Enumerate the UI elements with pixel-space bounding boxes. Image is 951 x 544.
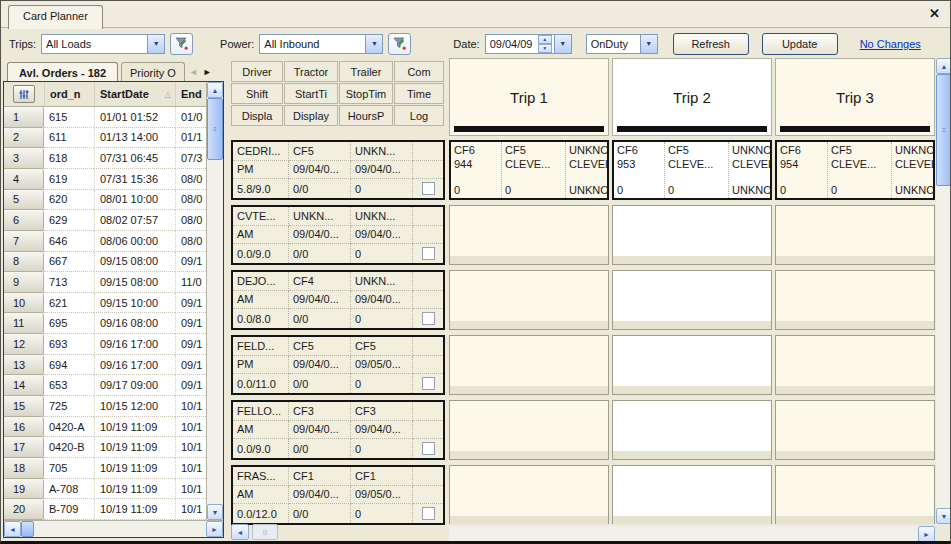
scroll-down-icon[interactable]: ▼: [936, 508, 951, 524]
order-number-cell[interactable]: 0420-B: [44, 437, 94, 458]
row-header-button[interactable]: 18: [4, 458, 44, 479]
trips-select[interactable]: All Loads ▼: [41, 34, 165, 54]
trip-cell-empty[interactable]: [449, 400, 609, 460]
end-date-cell[interactable]: 09/1: [175, 313, 206, 334]
row-header-button[interactable]: 1: [4, 107, 44, 128]
driver-card[interactable]: CVTE...UNKN...UNKN...AM09/04/0...09/04/0…: [231, 205, 445, 265]
row-header-button[interactable]: 7: [4, 231, 44, 252]
trip-cell-empty[interactable]: [612, 205, 772, 265]
vscroll-track[interactable]: [936, 186, 951, 508]
vscroll-thumb[interactable]: ≡: [936, 74, 951, 186]
end-date-cell[interactable]: 07/3: [175, 148, 206, 169]
close-icon[interactable]: ✕: [929, 6, 940, 21]
trip-cell-empty[interactable]: [612, 270, 772, 330]
start-date-cell[interactable]: 10/19 11:09: [94, 437, 175, 458]
trips-vscrollbar[interactable]: ▲ ≡ ▼: [936, 58, 951, 524]
order-number-cell[interactable]: 713: [44, 272, 94, 293]
trip-cell-empty[interactable]: [612, 465, 772, 524]
col-header-end[interactable]: End: [175, 82, 206, 106]
power-filter-button[interactable]: [388, 33, 411, 55]
end-date-cell[interactable]: 01/1: [175, 128, 206, 149]
duty-select[interactable]: OnDuty ▼: [586, 34, 658, 54]
order-number-cell[interactable]: 629: [44, 210, 94, 231]
row-header-button[interactable]: 13: [4, 355, 44, 376]
trip-cell-empty[interactable]: [449, 270, 609, 330]
no-changes-link[interactable]: No Changes: [860, 38, 921, 50]
planner-header-display[interactable]: Display: [284, 105, 338, 126]
trip-cell-empty[interactable]: [612, 400, 772, 460]
end-date-cell[interactable]: 08/0: [175, 190, 206, 211]
driver-card[interactable]: DEJO...CF4UNKN...AM09/04/0...09/04/0...0…: [231, 270, 445, 330]
tab-avl-orders[interactable]: Avl. Orders - 182: [7, 62, 118, 81]
trips-hscrollbar[interactable]: ►: [449, 526, 935, 542]
card-checkbox[interactable]: [422, 507, 435, 520]
end-date-cell[interactable]: 01/0: [175, 107, 206, 128]
end-date-cell[interactable]: 08/0: [175, 231, 206, 252]
planner-header-startti[interactable]: StartTi: [284, 83, 338, 104]
row-header-button[interactable]: 15: [4, 396, 44, 417]
card-checkbox[interactable]: [422, 182, 435, 195]
order-number-cell[interactable]: 619: [44, 169, 94, 190]
row-header-button[interactable]: 12: [4, 334, 44, 355]
order-number-cell[interactable]: 705: [44, 458, 94, 479]
planner-header-log[interactable]: Log: [394, 105, 444, 126]
col-header-startdate[interactable]: StartDate △: [94, 82, 175, 106]
order-number-cell[interactable]: 620: [44, 190, 94, 211]
planner-hscrollbar[interactable]: ◄ |||: [231, 524, 278, 540]
row-header-button[interactable]: 11: [4, 313, 44, 334]
row-header-button[interactable]: 4: [4, 169, 44, 190]
scroll-left-icon[interactable]: ◄: [231, 524, 249, 540]
order-number-cell[interactable]: A-708: [44, 479, 94, 500]
trip-cell[interactable]: CF69530CF5CLEVE...0UNKNOWNCLEVELA..UNKNO…: [612, 140, 772, 200]
chevron-down-icon[interactable]: ▼: [365, 35, 382, 53]
start-date-cell[interactable]: 07/31 15:36: [94, 169, 175, 190]
start-date-cell[interactable]: 10/19 11:09: [94, 479, 175, 500]
order-number-cell[interactable]: 653: [44, 375, 94, 396]
end-date-cell[interactable]: 09/1: [175, 252, 206, 273]
planner-header-displa[interactable]: Displa: [231, 105, 283, 126]
planner-header-stoptim[interactable]: StopTim: [339, 83, 393, 104]
card-checkbox[interactable]: [422, 442, 435, 455]
order-number-cell[interactable]: 621: [44, 293, 94, 314]
tab-scroll-right-icon[interactable]: ►: [203, 67, 212, 77]
row-header-button[interactable]: 17: [4, 437, 44, 458]
tab-priority-orders[interactable]: Priority O: [121, 62, 185, 81]
order-number-cell[interactable]: 725: [44, 396, 94, 417]
end-date-cell[interactable]: 09/1: [175, 375, 206, 396]
end-date-cell[interactable]: 09/1: [175, 293, 206, 314]
row-header-button[interactable]: 5: [4, 190, 44, 211]
card-checkbox[interactable]: [422, 312, 435, 325]
trip-cell-empty[interactable]: [449, 335, 609, 395]
trip-cell-empty[interactable]: [775, 270, 935, 330]
row-header-button[interactable]: 8: [4, 252, 44, 273]
driver-card[interactable]: CEDRI...CF5UNKN...PM09/04/0...09/04/0...…: [231, 140, 445, 200]
hscroll-thumb[interactable]: [21, 521, 34, 537]
row-header-button[interactable]: 6: [4, 210, 44, 231]
row-header-button[interactable]: 10: [4, 293, 44, 314]
tab-scroll-left-icon[interactable]: ◄: [189, 67, 198, 77]
start-date-cell[interactable]: 09/17 09:00: [94, 375, 175, 396]
scroll-right-icon[interactable]: ►: [918, 526, 935, 542]
end-date-cell[interactable]: 10/1: [175, 396, 206, 417]
row-header-button[interactable]: 3: [4, 148, 44, 169]
end-date-cell[interactable]: 11/0: [175, 272, 206, 293]
order-number-cell[interactable]: 693: [44, 334, 94, 355]
start-date-cell[interactable]: 09/16 17:00: [94, 355, 175, 376]
trip-cell-empty[interactable]: [775, 335, 935, 395]
chevron-down-icon[interactable]: ▼: [147, 35, 164, 53]
order-number-cell[interactable]: 615: [44, 107, 94, 128]
start-date-cell[interactable]: 10/19 11:09: [94, 417, 175, 438]
vscroll-thumb[interactable]: ≡: [207, 98, 223, 160]
end-date-cell[interactable]: 10/1: [175, 499, 206, 520]
start-date-cell[interactable]: 10/19 11:09: [94, 499, 175, 520]
start-date-cell[interactable]: 08/02 07:57: [94, 210, 175, 231]
row-header-button[interactable]: 16: [4, 417, 44, 438]
order-number-cell[interactable]: 695: [44, 313, 94, 334]
trip-cell-empty[interactable]: [449, 205, 609, 265]
grid-options-button[interactable]: [13, 85, 35, 103]
planner-header-tractor[interactable]: Tractor: [284, 61, 338, 82]
driver-card[interactable]: FELLO...CF3CF3AM09/04/0...09/04/0...0.0/…: [231, 400, 445, 460]
start-date-cell[interactable]: 08/06 00:00: [94, 231, 175, 252]
spin-up-icon[interactable]: ▲: [538, 35, 552, 44]
date-picker[interactable]: 09/04/09 ▲ ▼ ▼: [485, 34, 572, 54]
